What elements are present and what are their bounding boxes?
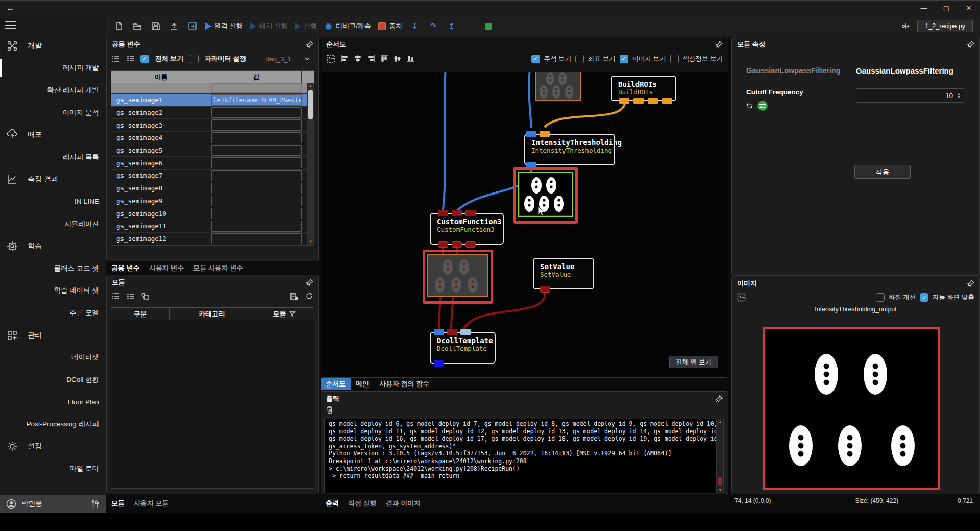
list-detail-icon[interactable] [112,293,120,300]
pin-icon[interactable] [716,41,723,48]
flowchart-canvas[interactable]: BuildROIs BuildROIs IntensityThresholdin… [321,72,728,377]
scrollbar-thumb[interactable] [718,477,722,486]
align-top-icon[interactable] [380,55,388,63]
spinner-buttons[interactable]: ▲▼ [957,92,961,99]
node-customfunction3[interactable]: CustomFunction3 CustomFunction3 [430,213,504,245]
menu-icon[interactable] [5,21,16,29]
modules-table-body[interactable] [111,320,314,489]
cutoff-frequency-input[interactable]: 10 ▲▼ [856,88,964,103]
list-group-icon[interactable] [126,293,134,300]
sidebar-item-deploy[interactable]: 배포 [0,124,106,146]
sidebar-item-diffusion-recipe-dev[interactable]: 확산 레시피 개발 [0,79,106,102]
port[interactable] [540,131,550,137]
pin-icon[interactable] [306,41,313,48]
refresh-icon[interactable] [305,292,313,300]
table-row[interactable]: gs_semimage11 [111,220,314,233]
sidebar-item-recipe-dev[interactable]: 레시피 개발 [0,57,106,80]
list-detail-icon[interactable] [112,55,120,62]
dataset-dropdown[interactable]: daq_3_1 [265,55,310,63]
align-center-icon[interactable] [354,55,362,63]
remote-run-button[interactable]: 원격 실행 [205,21,243,31]
sidebar-item-image-analysis[interactable]: 이미지 분석 [0,102,106,124]
open-folder-icon[interactable] [132,20,143,32]
list-group-icon[interactable] [126,55,134,62]
module-group-icon[interactable] [140,292,150,300]
sidebar-item-dataset[interactable]: 데이터셋 [0,346,106,369]
swap-arrows-icon[interactable]: ⇆ [746,101,753,110]
table-row[interactable]: gs_semimage10 [111,207,314,220]
port[interactable] [633,98,644,104]
sidebar-item-post-processing-recipe[interactable]: Post-Processing 레시피 [0,413,106,436]
library-icon[interactable] [289,292,298,300]
tab-user-variables[interactable]: 사용자 변수 [149,263,184,273]
pin-icon[interactable] [716,395,723,402]
user-row[interactable]: 박민웅 [0,495,106,513]
tab-output[interactable]: 출력 [326,499,339,508]
align-right-icon[interactable] [367,55,375,63]
port[interactable] [460,329,471,335]
filter-icon[interactable] [289,311,296,317]
port[interactable] [526,131,536,137]
node-buildrois[interactable]: BuildROIs BuildROIs [611,76,676,101]
pin-icon[interactable] [967,280,974,287]
result-image[interactable] [763,327,940,490]
port[interactable] [438,241,448,248]
image-view-checkbox[interactable]: ✓ [620,55,628,63]
debug-continue-button[interactable]: 디버그/계속 [324,21,371,31]
table-row[interactable]: gs_semimage9 [111,195,314,208]
table-row[interactable]: gs_semimage6 [111,157,314,170]
table-row[interactable]: gs_semimage8 [111,182,314,195]
annotation-view-checkbox[interactable]: ✓ [531,55,540,63]
port[interactable] [465,210,476,216]
scrollbar[interactable]: ▲ ▼ [307,83,314,245]
scrollbar-thumb[interactable] [308,90,313,119]
table-row[interactable]: gs_semimage7 [111,170,314,182]
table-row[interactable]: gs_semimage2 [111,107,314,119]
full-map-button[interactable]: 전체 맵 보기 [669,356,718,368]
save-icon[interactable] [150,20,161,32]
image-node-source[interactable] [535,72,581,103]
align-bottom-icon[interactable] [407,55,415,63]
sidebar-item-training-data-set[interactable]: 학습 데이터 셋 [0,280,106,302]
sidebar-item-file-loader[interactable]: 파일 로더 [0,457,106,480]
batch-run-button[interactable]: 배치 실행 [250,21,288,31]
table-row[interactable]: gs_semimage3 [111,119,314,132]
fit-screen-icon[interactable] [737,293,746,302]
show-all-checkbox[interactable]: ✓ [140,55,149,63]
port[interactable] [465,241,476,248]
port[interactable] [662,98,672,104]
param-set-checkbox[interactable] [190,55,199,63]
align-middle-icon[interactable] [394,55,402,63]
trash-icon[interactable] [326,405,333,414]
minimize-button[interactable]: — [913,1,935,15]
align-left-icon[interactable] [340,55,349,63]
new-file-icon[interactable] [113,20,125,32]
colorinfo-view-checkbox[interactable] [670,55,679,63]
sidebar-item-class-code-set[interactable]: 클래스 코드 셋 [0,257,106,280]
port[interactable] [619,98,629,104]
pin-icon[interactable] [306,279,313,286]
tune-icon[interactable] [757,100,768,111]
tab-modules[interactable]: 모듈 [111,499,125,508]
close-button[interactable]: ✕ [958,1,980,15]
col-header-type[interactable]: 구분 [111,308,170,320]
sidebar-item-inline[interactable]: IN-LINE [0,190,106,213]
step-into-button[interactable]: ↧ [409,20,421,32]
run-button[interactable]: 실행 [295,21,317,31]
autofit-checkbox[interactable]: ✓ [920,293,928,302]
tab-direct-run[interactable]: 직접 실행 [348,499,377,508]
col-header-module[interactable]: 모듈 [254,308,314,320]
sidebar-item-inference-model[interactable]: 추론 모델 [0,302,106,324]
node-intensitythresholding[interactable]: IntensityThresholding IntensityThreshold… [524,134,615,165]
recipe-file-button[interactable]: 1_2_recipe.py [917,20,973,32]
console-output[interactable]: gs_model_deploy_id_6, gs_model_deploy_id… [324,419,724,493]
table-row[interactable]: gs_semimage1 le1&filename=SEAM_2&extensi… [111,94,314,107]
maximize-button[interactable]: ▢ [935,1,958,15]
commit-icon[interactable] [168,20,180,32]
tools-icon[interactable] [91,499,100,509]
sidebar-item-recipe-list[interactable]: 레시피 목록 [0,146,106,168]
sidebar-item-dcoll-status[interactable]: DColl 현황 [0,369,106,391]
tab-user-defined-functions[interactable]: 사용자 정의 함수 [374,378,434,390]
branch-export-icon[interactable] [901,21,911,31]
tab-main[interactable]: 메인 [351,378,374,390]
